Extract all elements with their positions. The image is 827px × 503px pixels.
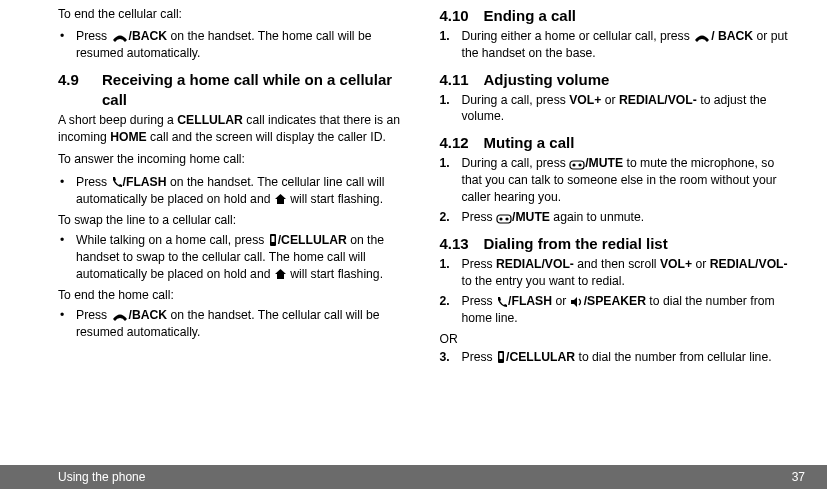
list-item: 1. During either a home or cellular call… (440, 28, 798, 61)
svg-rect-1 (271, 236, 274, 242)
key-label: /BACK (129, 29, 168, 43)
key-label: / BACK (711, 29, 753, 43)
text: During either a home or cellular call, p… (462, 29, 694, 43)
heading-4-10: 4.10 Ending a call (440, 6, 798, 26)
text-bold: CELLULAR (177, 113, 243, 127)
heading-4-9: 4.9 Receiving a home call while on a cel… (58, 70, 416, 111)
text: or (601, 93, 619, 107)
bullet-text: Press /BACK on the handset. The cellular… (76, 307, 416, 340)
text: To answer the incoming home call: (58, 151, 416, 167)
item-number: 3. (440, 349, 462, 366)
home-icon (274, 191, 287, 207)
bullet-text: While talking on a home call, press /CEL… (76, 232, 416, 283)
or-text: OR (440, 331, 798, 347)
text: again to unmute. (550, 210, 644, 224)
text: While talking on a home call, press (76, 233, 268, 247)
text: Press (76, 29, 111, 43)
page: To end the cellular call: • Press /BACK … (0, 0, 827, 503)
item-number: 1. (440, 92, 462, 125)
cellular-icon (268, 233, 278, 249)
text: To swap the line to a cellular call: (58, 212, 416, 228)
text: Press (462, 294, 497, 308)
item-text: Press /CELLULAR to dial the number from … (462, 349, 798, 366)
footer-title: Using the phone (58, 470, 145, 484)
heading-title: Receiving a home call while on a cellula… (102, 70, 416, 111)
text: Press (76, 175, 111, 189)
item-text: During a call, press VOL+ or REDIAL/VOL-… (462, 92, 798, 125)
text: Press (462, 210, 497, 224)
page-number: 37 (792, 470, 805, 484)
list-item: • Press /FLASH on the handset. The cellu… (58, 174, 416, 208)
item-text: During a call, press /MUTE to mute the m… (462, 155, 798, 205)
key-label: /BACK (129, 308, 168, 322)
key-label: VOL+ (569, 93, 601, 107)
bullet-marker: • (60, 28, 76, 61)
key-label: REDIAL/VOL- (496, 257, 574, 271)
speaker-icon (570, 294, 584, 310)
list-item: 2. Press /MUTE again to unmute. (440, 209, 798, 226)
item-number: 1. (440, 256, 462, 289)
item-text: During either a home or cellular call, p… (462, 28, 798, 61)
phone-icon (111, 174, 123, 190)
svg-point-6 (499, 217, 502, 220)
heading-title: Dialing from the redial list (484, 234, 668, 254)
heading-4-13: 4.13 Dialing from the redial list (440, 234, 798, 254)
text: and then scroll (574, 257, 660, 271)
cellular-icon (496, 350, 506, 366)
paragraph: A short beep during a CELLULAR call indi… (58, 112, 416, 145)
text: Press (462, 257, 497, 271)
item-text: Press /FLASH or /SPEAKER to dial the num… (462, 293, 798, 326)
key-label: REDIAL/VOL- (710, 257, 788, 271)
heading-number: 4.10 (440, 6, 484, 26)
text: To end the home call: (58, 287, 416, 303)
handset-icon (111, 29, 129, 45)
key-label: /CELLULAR (506, 350, 575, 364)
heading-title: Adjusting volume (484, 70, 610, 90)
bullet-marker: • (60, 307, 76, 340)
text: During a call, press (462, 93, 570, 107)
heading-4-11: 4.11 Adjusting volume (440, 70, 798, 90)
handset-icon (111, 308, 129, 324)
bullet-marker: • (60, 232, 76, 283)
item-number: 1. (440, 155, 462, 205)
key-label: VOL+ (660, 257, 692, 271)
list-item: 1. Press REDIAL/VOL- and then scroll VOL… (440, 256, 798, 289)
right-column: 4.10 Ending a call 1. During either a ho… (440, 6, 798, 460)
key-label: /CELLULAR (278, 233, 347, 247)
key-label: /MUTE (585, 156, 623, 170)
svg-point-3 (573, 163, 576, 166)
key-label: /FLASH (508, 294, 552, 308)
home-icon (274, 266, 287, 282)
bullet-text: Press /BACK on the handset. The home cal… (76, 28, 416, 61)
text: A short beep during a (58, 113, 177, 127)
mute-icon (496, 210, 512, 226)
heading-number: 4.12 (440, 133, 484, 153)
key-label: REDIAL/VOL- (619, 93, 697, 107)
bullet-marker: • (60, 174, 76, 208)
handset-icon (693, 29, 711, 45)
svg-rect-5 (497, 215, 511, 223)
svg-rect-2 (570, 161, 584, 169)
text: or (552, 294, 570, 308)
mute-icon (569, 156, 585, 172)
list-item: 1. During a call, press /MUTE to mute th… (440, 155, 798, 205)
list-item: 1. During a call, press VOL+ or REDIAL/V… (440, 92, 798, 125)
heading-number: 4.11 (440, 70, 484, 90)
text: Press (76, 308, 111, 322)
list-item: • Press /BACK on the handset. The cellul… (58, 307, 416, 340)
text: call and the screen will display the cal… (147, 130, 386, 144)
heading-number: 4.9 (58, 70, 102, 90)
list-item: 3. Press /CELLULAR to dial the number fr… (440, 349, 798, 366)
list-item: • While talking on a home call, press /C… (58, 232, 416, 283)
item-number: 1. (440, 28, 462, 61)
list-item: • Press /BACK on the handset. The home c… (58, 28, 416, 61)
heading-number: 4.13 (440, 234, 484, 254)
text: will start flashing. (287, 267, 383, 281)
text: to the entry you want to redial. (462, 274, 625, 288)
list-item: 2. Press /FLASH or /SPEAKER to dial the … (440, 293, 798, 326)
text: or (692, 257, 710, 271)
text: Press (462, 350, 497, 364)
svg-rect-9 (500, 353, 503, 359)
key-label: /FLASH (123, 175, 167, 189)
heading-title: Ending a call (484, 6, 577, 26)
